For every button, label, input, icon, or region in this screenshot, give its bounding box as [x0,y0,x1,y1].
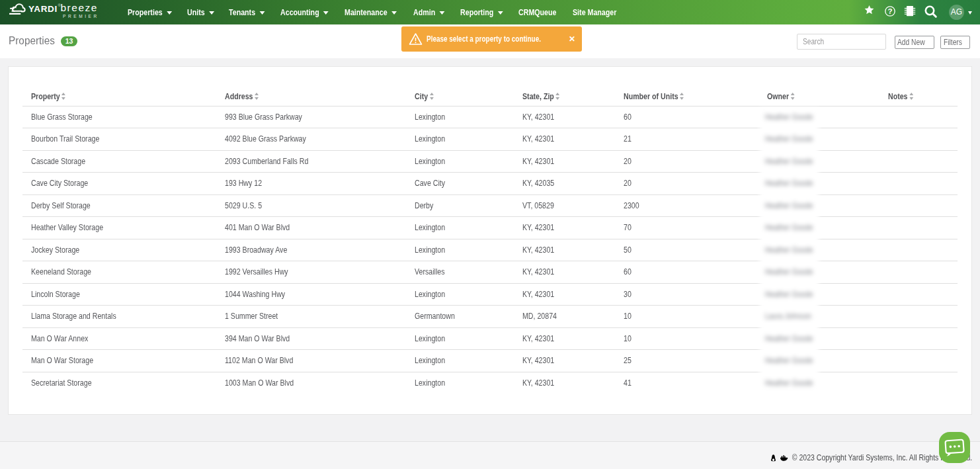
svg-text:?: ? [887,7,892,15]
